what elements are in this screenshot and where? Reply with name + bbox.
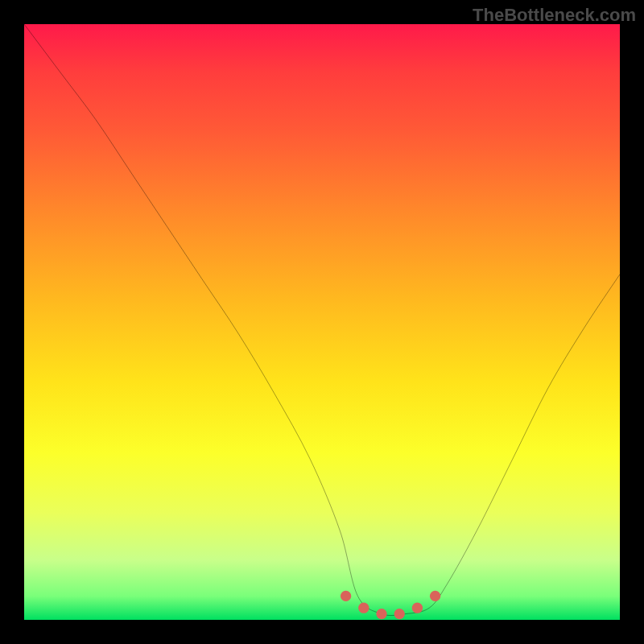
optimal-marker-dot [394,609,405,619]
optimal-range-markers [341,591,440,620]
bottleneck-curve-line [24,24,620,616]
watermark-text: TheBottleneck.com [473,5,636,26]
optimal-marker-dot [358,603,369,613]
chart-plot-area [24,24,620,620]
optimal-marker-dot [412,603,423,613]
optimal-marker-dot [341,591,351,601]
optimal-marker-dot [376,609,386,619]
bottleneck-curve-svg [24,24,620,620]
optimal-marker-dot [430,591,440,601]
